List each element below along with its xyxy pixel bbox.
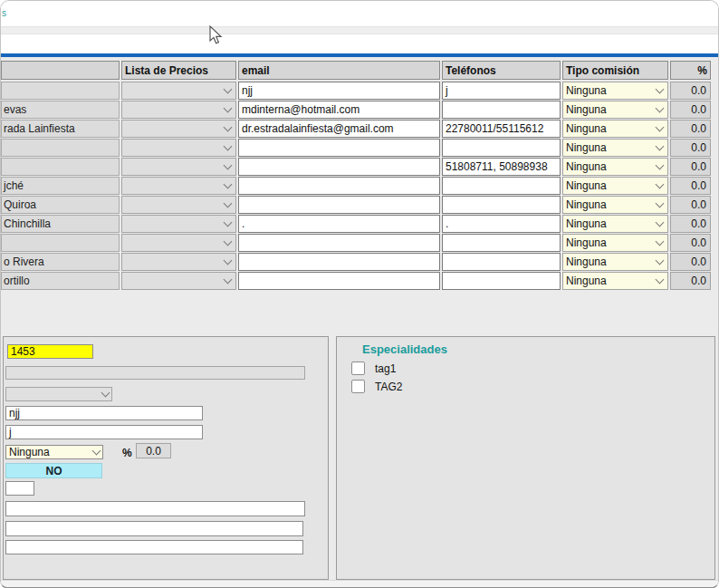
- grid-name-cell: [1, 234, 120, 252]
- grid-phones-input[interactable]: [442, 139, 561, 157]
- grid-phones-input[interactable]: [442, 253, 561, 271]
- grid-price-list-combo[interactable]: [121, 215, 236, 233]
- grid-commission-value: Ninguna: [566, 255, 607, 268]
- grid-commission-combo[interactable]: Ninguna: [562, 253, 668, 271]
- toolbar-band: [1, 26, 718, 34]
- grid-email-input[interactable]: [238, 253, 440, 271]
- grid-phones-input[interactable]: [442, 196, 561, 214]
- grid-price-list-combo[interactable]: [121, 120, 236, 138]
- grid-phones-input[interactable]: j: [442, 82, 561, 100]
- name-field-disabled: [5, 366, 305, 380]
- address-line2-field[interactable]: [5, 521, 303, 536]
- grid-name-cell: [1, 158, 120, 176]
- grid-price-list-combo[interactable]: [121, 82, 236, 100]
- specialties-panel: Especialidades tag1 TAG2: [336, 336, 715, 580]
- email-field[interactable]: njj: [5, 406, 203, 420]
- col-header-price-list: Lista de Precios: [121, 61, 236, 80]
- grid-price-list-combo[interactable]: [121, 253, 236, 271]
- grid-price-list-combo[interactable]: [121, 177, 236, 195]
- chevron-down-icon: [656, 123, 665, 132]
- grid-price-list-combo[interactable]: [121, 272, 236, 290]
- grid-phones-input[interactable]: [442, 101, 561, 119]
- chevron-down-icon: [224, 180, 233, 189]
- chevron-down-icon: [224, 161, 233, 170]
- small-field[interactable]: [5, 481, 34, 496]
- specialty-checkbox[interactable]: [351, 361, 365, 375]
- grid-email-input[interactable]: dr.estradalainfiesta@gmail.com: [238, 120, 440, 138]
- grid-email-input[interactable]: njj: [238, 82, 440, 100]
- chevron-down-icon: [656, 256, 665, 265]
- grid-commission-value: Ninguna: [566, 179, 607, 192]
- grid-percent-cell: 0.0: [670, 158, 711, 176]
- grid-price-list-combo[interactable]: [121, 101, 236, 119]
- col-header-percent: %: [670, 61, 711, 80]
- grid-commission-value: Ninguna: [566, 217, 607, 230]
- grid-phones-input[interactable]: [442, 272, 561, 290]
- grid-commission-combo[interactable]: Ninguna: [562, 158, 668, 176]
- grid-phones-input[interactable]: [442, 234, 561, 252]
- flag-toggle[interactable]: NO: [5, 463, 102, 478]
- grid-percent-cell: 0.0: [670, 177, 711, 195]
- grid-email-input[interactable]: mdinterna@hotmail.com: [238, 101, 440, 119]
- grid-commission-combo[interactable]: Ninguna: [562, 101, 668, 119]
- chevron-down-icon: [656, 161, 665, 170]
- grid-price-list-combo[interactable]: [121, 234, 236, 252]
- grid-price-list-combo[interactable]: [121, 139, 236, 157]
- grid-commission-value: Ninguna: [566, 275, 607, 287]
- grid-price-list-combo[interactable]: [121, 158, 236, 176]
- chevron-down-icon: [656, 104, 665, 113]
- grid-phones-input[interactable]: [442, 177, 561, 195]
- grid-email-input[interactable]: [238, 196, 440, 214]
- chevron-down-icon: [656, 237, 665, 246]
- code-field[interactable]: 1453: [7, 344, 93, 359]
- grid-percent-cell: 0.0: [670, 253, 711, 271]
- grid-commission-combo[interactable]: Ninguna: [562, 196, 668, 214]
- chevron-down-icon: [224, 123, 233, 132]
- grid-email-input[interactable]: .: [238, 215, 440, 233]
- commission-type-value: Ninguna: [9, 446, 50, 458]
- grid-commission-combo[interactable]: Ninguna: [562, 82, 668, 100]
- grid-price-list-combo[interactable]: [121, 196, 236, 214]
- grid-commission-combo[interactable]: Ninguna: [562, 272, 668, 290]
- col-header-email: email: [238, 61, 440, 80]
- grid-phones-input[interactable]: 51808711, 50898938: [442, 158, 561, 176]
- grid-commission-combo[interactable]: Ninguna: [562, 177, 668, 195]
- grid-email-input[interactable]: [238, 139, 440, 157]
- specialty-row: TAG2: [351, 380, 402, 393]
- chevron-down-icon: [224, 256, 233, 265]
- grid-name-cell: ortillo: [1, 272, 120, 290]
- grid-name-cell: jché: [1, 177, 120, 195]
- specialty-checkbox[interactable]: [351, 380, 365, 393]
- chevron-down-icon: [656, 180, 665, 189]
- price-list-dropdown[interactable]: [5, 387, 112, 401]
- commission-type-dropdown[interactable]: Ninguna: [5, 445, 103, 459]
- chevron-down-icon: [92, 447, 101, 456]
- grid-commission-combo[interactable]: Ninguna: [562, 234, 668, 252]
- bottom-window-edge: [1, 580, 718, 588]
- col-header-phones: Teléfonos: [442, 61, 561, 80]
- title-strip: s: [1, 1, 718, 26]
- grid-phones-input[interactable]: .: [442, 215, 561, 233]
- col-header-name: [1, 61, 120, 80]
- grid-commission-combo[interactable]: Ninguna: [562, 120, 668, 138]
- grid-email-input[interactable]: [238, 272, 440, 290]
- grid-phones-input[interactable]: 22780011/55115612: [442, 120, 561, 138]
- percent-value-box: 0.0: [136, 443, 171, 458]
- grid-commission-combo[interactable]: Ninguna: [562, 139, 668, 157]
- chevron-down-icon: [656, 142, 665, 151]
- chevron-down-icon: [224, 85, 233, 94]
- address-line1-field[interactable]: [5, 501, 305, 516]
- grid-email-input[interactable]: [238, 158, 440, 176]
- chevron-down-icon: [224, 104, 233, 113]
- grid-percent-cell: 0.0: [670, 101, 711, 119]
- grid-commission-value: Ninguna: [566, 198, 607, 211]
- grid-commission-value: Ninguna: [566, 122, 607, 135]
- address-line3-field[interactable]: [5, 540, 303, 554]
- grid-email-input[interactable]: [238, 234, 440, 252]
- grid-commission-combo[interactable]: Ninguna: [562, 215, 668, 233]
- grid-name-cell: o Rivera: [1, 253, 120, 271]
- mouse-cursor-icon: [207, 25, 224, 45]
- phone-field[interactable]: j: [5, 425, 203, 439]
- grid-email-input[interactable]: [238, 177, 440, 195]
- grid-name-cell: [1, 82, 120, 100]
